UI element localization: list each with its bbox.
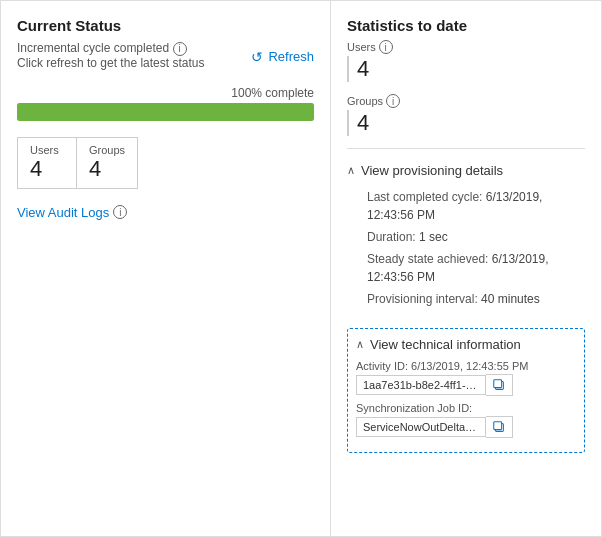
refresh-label: Refresh bbox=[268, 49, 314, 64]
right-panel: Statistics to date Users i 4 Groups i 4 … bbox=[331, 1, 601, 536]
provisioning-details-label: View provisioning details bbox=[361, 163, 503, 178]
interval-label: Provisioning interval: bbox=[367, 292, 478, 306]
cycle-label: Incremental cycle completed bbox=[17, 41, 169, 55]
right-users-value: 4 bbox=[347, 56, 585, 82]
last-completed-row: Last completed cycle: 6/13/2019, 12:43:5… bbox=[367, 188, 585, 224]
svg-rect-3 bbox=[494, 422, 502, 430]
users-stat-label: Users bbox=[30, 144, 64, 156]
sync-job-copy-row: ServiceNowOutDelta.3... bbox=[356, 416, 576, 438]
provisioning-details-content: Last completed cycle: 6/13/2019, 12:43:5… bbox=[347, 184, 585, 320]
activity-id-value: 1aa7e31b-b8e2-4ff1-9... bbox=[356, 375, 486, 395]
refresh-button[interactable]: ↺ Refresh bbox=[251, 49, 314, 65]
users-stat-box: Users 4 bbox=[17, 137, 77, 189]
svg-rect-1 bbox=[494, 380, 502, 388]
provisioning-chevron-icon: ∧ bbox=[347, 164, 355, 177]
duration-row: Duration: 1 sec bbox=[367, 228, 585, 246]
right-users-label: Users i bbox=[347, 40, 585, 54]
refresh-icon: ↺ bbox=[251, 49, 263, 65]
cycle-label-row: Incremental cycle completed i Click refr… bbox=[17, 40, 204, 74]
activity-id-copy-row: 1aa7e31b-b8e2-4ff1-9... bbox=[356, 374, 576, 396]
activity-id-copy-button[interactable] bbox=[486, 374, 513, 396]
groups-stat-value: 4 bbox=[89, 156, 125, 182]
audit-logs-label: View Audit Logs bbox=[17, 205, 109, 220]
activity-id-label: Activity ID: 6/13/2019, 12:43:55 PM bbox=[356, 360, 576, 372]
groups-stat-label: Groups bbox=[89, 144, 125, 156]
divider-1 bbox=[347, 148, 585, 149]
copy-icon-2 bbox=[492, 420, 506, 434]
steady-state-row: Steady state achieved: 6/13/2019, 12:43:… bbox=[367, 250, 585, 286]
audit-log-row: View Audit Logs i bbox=[17, 205, 314, 220]
provisioning-details-section: ∧ View provisioning details Last complet… bbox=[347, 157, 585, 320]
right-groups-info-icon[interactable]: i bbox=[386, 94, 400, 108]
sync-job-copy-button[interactable] bbox=[486, 416, 513, 438]
progress-bar-fill bbox=[17, 103, 314, 121]
refresh-hint: Click refresh to get the latest status bbox=[17, 56, 204, 70]
right-users-stat: Users i 4 bbox=[347, 40, 585, 82]
current-status-title: Current Status bbox=[17, 17, 314, 34]
right-users-info-icon[interactable]: i bbox=[379, 40, 393, 54]
activity-id-field: Activity ID: 6/13/2019, 12:43:55 PM 1aa7… bbox=[356, 360, 576, 396]
copy-icon bbox=[492, 378, 506, 392]
sync-job-label: Synchronization Job ID: bbox=[356, 402, 576, 414]
audit-info-icon[interactable]: i bbox=[113, 205, 127, 219]
duration-label: Duration: bbox=[367, 230, 416, 244]
interval-value: 40 minutes bbox=[481, 292, 540, 306]
left-panel: Current Status Incremental cycle complet… bbox=[1, 1, 331, 536]
right-groups-value: 4 bbox=[347, 110, 585, 136]
sync-job-value: ServiceNowOutDelta.3... bbox=[356, 417, 486, 437]
refresh-row: Incremental cycle completed i Click refr… bbox=[17, 40, 314, 74]
progress-label: 100% complete bbox=[17, 86, 314, 100]
progress-section: 100% complete bbox=[17, 86, 314, 121]
technical-info-label: View technical information bbox=[370, 337, 521, 352]
duration-value: 1 sec bbox=[419, 230, 448, 244]
provisioning-details-toggle[interactable]: ∧ View provisioning details bbox=[347, 157, 585, 184]
statistics-title: Statistics to date bbox=[347, 17, 585, 34]
right-groups-label: Groups i bbox=[347, 94, 585, 108]
technical-info-section: ∧ View technical information Activity ID… bbox=[347, 328, 585, 453]
steady-state-label: Steady state achieved: bbox=[367, 252, 488, 266]
stats-row: Users 4 Groups 4 bbox=[17, 137, 314, 189]
view-audit-logs-link[interactable]: View Audit Logs i bbox=[17, 205, 314, 220]
interval-row: Provisioning interval: 40 minutes bbox=[367, 290, 585, 308]
tech-chevron-icon: ∧ bbox=[356, 338, 364, 351]
technical-info-toggle[interactable]: ∧ View technical information bbox=[356, 337, 576, 352]
activity-id-datetime: 6/13/2019, 12:43:55 PM bbox=[411, 360, 528, 372]
progress-bar-background bbox=[17, 103, 314, 121]
cycle-info-icon[interactable]: i bbox=[173, 42, 187, 56]
right-groups-stat: Groups i 4 bbox=[347, 94, 585, 136]
groups-stat-box: Groups 4 bbox=[77, 137, 138, 189]
users-stat-value: 4 bbox=[30, 156, 64, 182]
last-completed-label: Last completed cycle: bbox=[367, 190, 482, 204]
sync-job-field: Synchronization Job ID: ServiceNowOutDel… bbox=[356, 402, 576, 438]
